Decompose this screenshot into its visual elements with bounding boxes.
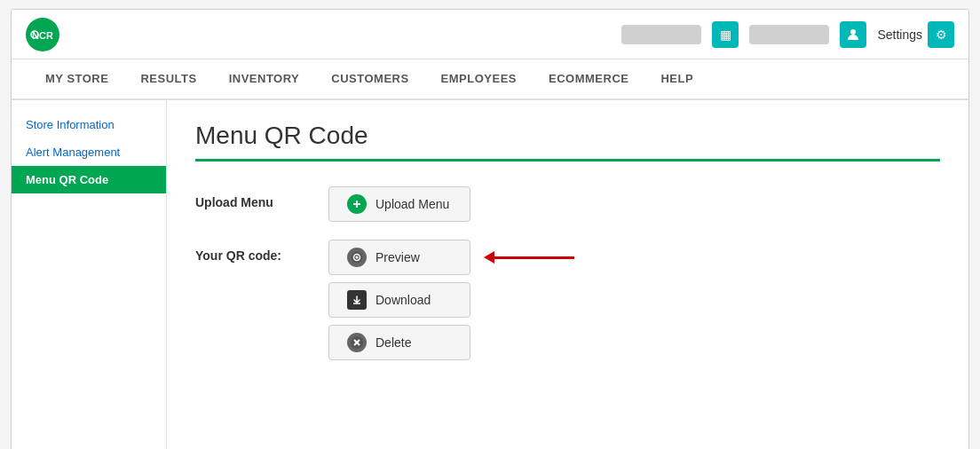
preview-icon <box>347 248 367 267</box>
header-user-pill <box>749 25 829 44</box>
top-header: NCR ▦ Settings ⚙ <box>12 10 968 59</box>
qr-code-label: Your QR code: <box>195 240 311 263</box>
sidebar-item-menu-qr-code[interactable]: Menu QR Code <box>12 166 166 193</box>
header-store-pill <box>621 25 701 44</box>
nav-item-employees[interactable]: EMPLOYEES <box>425 60 533 99</box>
preview-button[interactable]: Preview <box>328 240 470 275</box>
delete-icon <box>347 333 367 352</box>
calendar-icon[interactable]: ▦ <box>712 21 739 48</box>
sidebar-item-alert-management[interactable]: Alert Management <box>12 138 166 166</box>
content-area: Menu QR Code Upload Menu Upload <box>167 100 968 449</box>
download-button[interactable]: Download <box>328 282 470 318</box>
upload-menu-button[interactable]: Upload Menu <box>328 186 470 222</box>
upload-buttons: Upload Menu <box>328 186 470 222</box>
upload-menu-row: Upload Menu Upload Menu <box>195 186 940 222</box>
nav-item-help[interactable]: HELP <box>644 60 709 99</box>
settings-area: Settings ⚙ <box>877 21 954 48</box>
main-layout: Store Information Alert Management Menu … <box>12 100 968 449</box>
qr-code-row: Your QR code: Preview <box>195 240 940 360</box>
logo-area: NCR <box>26 18 63 51</box>
nav-bar: MY STORE RESULTS INVENTORY CUSTOMERS EMP… <box>12 59 968 100</box>
header-right: ▦ Settings ⚙ <box>621 21 954 48</box>
upload-icon <box>347 194 367 214</box>
settings-label: Settings <box>877 28 922 42</box>
delete-button[interactable]: Delete <box>328 325 470 360</box>
nav-item-ecommerce[interactable]: ECOMMERCE <box>533 60 644 99</box>
nav-item-customers[interactable]: CUSTOMERS <box>315 60 424 99</box>
nav-item-results[interactable]: RESULTS <box>124 60 212 99</box>
green-divider <box>195 159 940 161</box>
download-icon <box>347 290 367 310</box>
sidebar: Store Information Alert Management Menu … <box>12 100 167 449</box>
user-icon[interactable] <box>840 21 866 48</box>
qr-buttons: Preview <box>328 240 574 360</box>
svg-point-3 <box>850 29 856 35</box>
upload-menu-label: Upload Menu <box>195 186 311 209</box>
arrow-pointer <box>485 251 574 264</box>
nav-item-inventory[interactable]: INVENTORY <box>213 60 316 99</box>
sidebar-item-store-information[interactable]: Store Information <box>12 111 166 138</box>
settings-gear-icon[interactable]: ⚙ <box>928 21 954 48</box>
page-title: Menu QR Code <box>195 122 940 150</box>
svg-point-9 <box>356 256 359 259</box>
ncr-logo: NCR <box>26 18 59 51</box>
nav-item-my-store[interactable]: MY STORE <box>29 60 124 99</box>
